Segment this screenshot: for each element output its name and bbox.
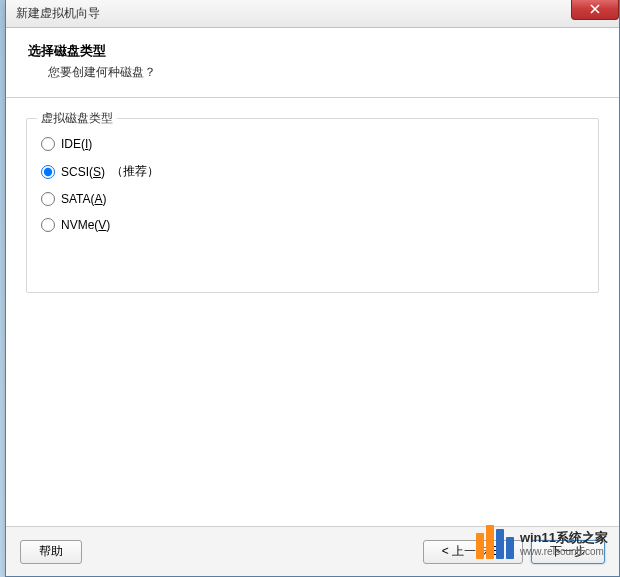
radio-ide-label: IDE(I) [61,137,92,151]
next-button[interactable]: 下一步 [531,540,605,564]
radio-ide-input[interactable] [41,137,55,151]
radio-scsi-label: SCSI(S) [61,165,105,179]
radio-sata[interactable]: SATA(A) [41,192,584,206]
radio-nvme-label: NVMe(V) [61,218,110,232]
wizard-window: 新建虚拟机向导 选择磁盘类型 您要创建何种磁盘？ 虚拟磁盘类型 IDE(I) S… [5,0,620,577]
radio-nvme-input[interactable] [41,218,55,232]
close-icon [590,4,600,14]
radio-scsi-note: （推荐） [111,163,159,180]
help-button[interactable]: 帮助 [20,540,82,564]
header-title: 选择磁盘类型 [28,42,597,60]
radio-ide[interactable]: IDE(I) [41,137,584,151]
disk-type-group: 虚拟磁盘类型 IDE(I) SCSI(S) （推荐） SATA(A) NVMe(… [26,118,599,293]
radio-nvme[interactable]: NVMe(V) [41,218,584,232]
header-subtitle: 您要创建何种磁盘？ [48,64,597,81]
header-panel: 选择磁盘类型 您要创建何种磁盘？ [6,28,619,98]
close-button[interactable] [571,0,619,20]
window-title: 新建虚拟机向导 [16,5,100,22]
titlebar: 新建虚拟机向导 [6,0,619,28]
radio-scsi-input[interactable] [41,165,55,179]
back-button[interactable]: < 上一步(B) [423,540,523,564]
radio-sata-input[interactable] [41,192,55,206]
radio-sata-label: SATA(A) [61,192,107,206]
footer-bar: 帮助 < 上一步(B) 下一步 [6,526,619,576]
content-area: 虚拟磁盘类型 IDE(I) SCSI(S) （推荐） SATA(A) NVMe(… [6,98,619,528]
group-legend: 虚拟磁盘类型 [37,110,117,127]
radio-scsi[interactable]: SCSI(S) （推荐） [41,163,584,180]
